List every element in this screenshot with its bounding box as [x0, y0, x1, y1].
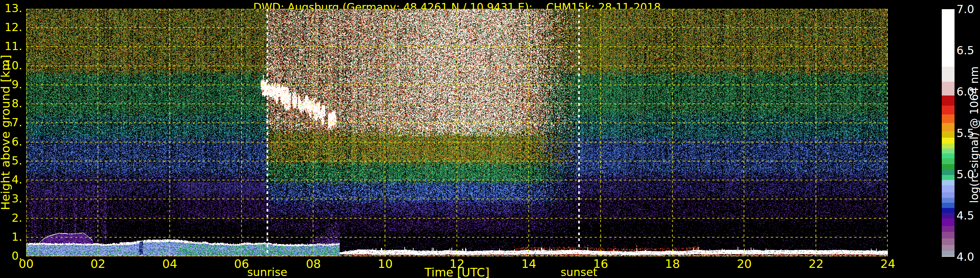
x-tick-label: 14 [521, 257, 536, 270]
x-tick-label: 04 [162, 257, 177, 270]
x-tick-label: 10 [378, 257, 393, 270]
y-tick-label: 5. [12, 154, 22, 167]
y-tick-label: 7. [12, 116, 22, 129]
colorbar-tick-label: 4.5 [956, 209, 974, 222]
colorbar-tick-label: 6.5 [956, 44, 974, 57]
y-tick-label: 11. [5, 40, 22, 53]
x-tick-label: 22 [808, 257, 824, 270]
sunset-annotation: sunset [560, 265, 598, 278]
sunrise-annotation: sunrise [247, 265, 288, 278]
x-tick-label: 24 [880, 257, 896, 270]
y-tick-label: 12. [5, 21, 22, 34]
y-tick-label: 3. [12, 192, 22, 205]
x-tick-label: 18 [665, 257, 680, 270]
y-tick-label: 9. [12, 78, 22, 91]
y-tick-label: 4. [12, 173, 22, 186]
backscatter-heatmap [26, 9, 888, 256]
y-tick-label: 1. [12, 230, 22, 243]
x-tick-label: 00 [19, 257, 33, 270]
ceilometer-quicklook: DWD: Augsburg (Germany; 48.4261 N / 10.9… [0, 0, 980, 278]
colorbar [942, 9, 955, 257]
x-tick-label: 20 [737, 257, 752, 270]
y-tick-label: 6. [12, 135, 22, 148]
y-tick-label: 2. [12, 211, 22, 224]
y-tick-label: 13. [5, 2, 22, 15]
x-tick-label: 08 [306, 257, 321, 270]
y-tick-label: 8. [12, 97, 22, 110]
colorbar-axis-label: log(rc-signal) @ 1064 nm [968, 66, 980, 203]
y-axis-label: Height above ground [km] [0, 54, 12, 210]
x-tick-label: 06 [234, 257, 249, 270]
colorbar-tick-label: 4.0 [956, 250, 974, 263]
colorbar-tick-label: 7.0 [956, 3, 974, 16]
x-tick-label: 02 [91, 257, 105, 270]
x-axis-label: Time [UTC] [424, 265, 489, 278]
